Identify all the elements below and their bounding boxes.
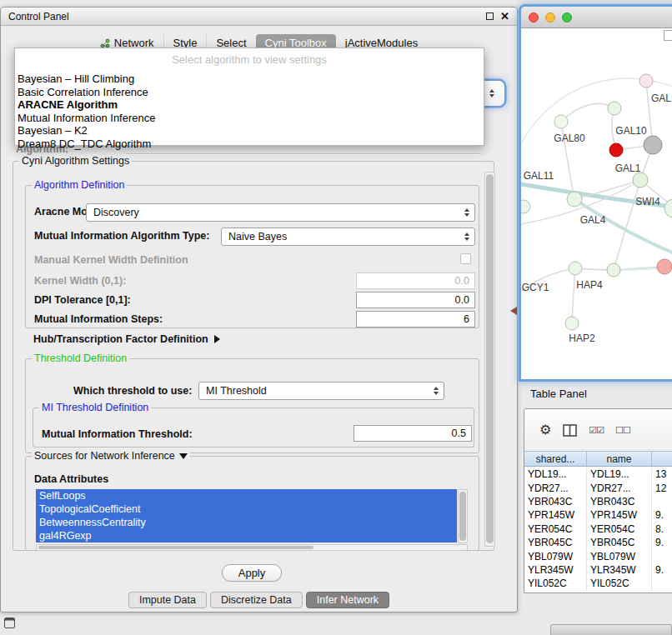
tab-label: Discretize Data [221,594,292,606]
table-cell: YBL079W [587,549,652,562]
network-node[interactable] [664,199,672,218]
algorithm-option[interactable]: Bayesian – K2 [15,124,484,138]
hub-tf-section-toggle[interactable]: Hub/Transcription Factor Definition [33,333,220,345]
network-window-titlebar[interactable] [521,7,672,28]
algorithm-option[interactable]: Dream8 DC_TDC Algorithm [15,138,484,151]
network-edge[interactable] [561,103,614,122]
mi-steps-label: Mutual Information Steps: [34,313,163,325]
manual-kernel-checkbox[interactable] [460,253,471,264]
apply-button[interactable]: Apply [222,564,282,582]
algorithm-option[interactable]: ARACNE Algorithm [15,98,484,112]
algorithm-option[interactable]: Basic Correlation Inference [15,86,484,99]
table-row[interactable]: YPR145WYPR145W9. [524,508,672,522]
dpi-tolerance-label: DPI Tolerance [0,1]: [34,294,131,306]
table-row[interactable]: YDR27...YDR27...12 [524,481,672,494]
mi-algorithm-type-combobox[interactable]: Naive Bayes [221,228,475,246]
tab-impute-data[interactable]: Impute Data [128,592,207,608]
network-node[interactable] [633,172,648,188]
attribute-list-item[interactable]: SelfLoops [36,489,457,502]
minimized-panel-icon[interactable] [4,618,15,628]
zoom-traffic-light[interactable] [562,12,572,22]
algorithm-option[interactable]: Mutual Information Inference [15,112,484,125]
table-cell: YBR043C [524,495,587,508]
close-window-icon[interactable]: ✕ [500,11,509,22]
network-canvas[interactable]: GALGAL80GAL10GAL11GAL1SWI4GAL4GCY1HAP4HA… [521,28,672,379]
network-view-window: GALGAL80GAL10GAL11GAL1SWI4GAL4GCY1HAP4HA… [521,7,672,379]
network-node[interactable] [639,74,653,88]
float-window-icon[interactable] [486,12,494,20]
mi-threshold-field[interactable]: 0.5 [354,425,472,442]
table-panel-window: ⚙ ☑☑ ☐☐ shared... name YDL19...YDL19...1… [524,408,672,593]
deselect-all-icon[interactable]: ☐☐ [615,425,630,436]
minimize-traffic-light[interactable] [545,12,555,22]
kernel-width-field[interactable]: 0.0 [356,272,475,289]
network-node[interactable] [657,259,672,274]
attribute-list-item[interactable]: BetweennessCentrality [36,516,457,529]
mi-steps-field[interactable]: 6 [356,311,475,328]
tab-label: Impute Data [139,594,196,606]
table-row[interactable]: YLR345WYLR345W9. [524,563,672,577]
attributes-vertical-scrollbar[interactable] [458,489,468,543]
table-row[interactable]: YBL079WYBL079W [524,549,672,562]
network-node-label: GAL10 [615,125,647,137]
network-node[interactable] [609,143,623,157]
aracne-mode-combobox[interactable]: Discovery [86,203,475,222]
algorithm-option[interactable]: Bayesian – Hill Climbing [15,72,484,86]
table-cell: YER054C [524,522,587,536]
tab-discretize-data[interactable]: Discretize Data [210,592,303,608]
settings-gear-icon[interactable]: ⚙ [539,423,551,437]
attribute-list-item[interactable]: gal4RGexp [36,529,457,542]
combobox-value: MI Threshold [206,385,267,397]
network-node[interactable] [567,192,582,207]
network-svg: GALGAL80GAL10GAL11GAL1SWI4GAL4GCY1HAP4HA… [521,28,672,379]
settings-scrollbar[interactable] [484,172,495,547]
attribute-list-item[interactable]: TopologicalCoefficient [36,502,457,516]
table-cell: 9. [652,508,672,522]
network-node[interactable] [644,136,662,154]
network-edge[interactable] [572,268,575,323]
network-node[interactable] [608,102,621,115]
network-icon [100,38,110,48]
close-traffic-light[interactable] [529,12,539,22]
combobox-value: Discovery [93,207,139,218]
network-node[interactable] [521,200,530,213]
network-node[interactable] [554,115,568,128]
control-panel-window: Control Panel ✕ Network Style Select Cyn… [0,7,518,612]
combobox-arrows-icon [464,208,469,217]
sources-group: Sources for Network Inference Data Attri… [25,456,479,551]
column-selector-icon[interactable] [563,424,577,437]
control-panel-titlebar[interactable]: Control Panel ✕ [1,8,517,26]
attributes-horizontal-scrollbar[interactable] [36,544,468,551]
tab-infer-network[interactable]: Infer Network [306,592,389,608]
table-cell: YPR145W [524,508,587,522]
table-cell: YPR145W [587,508,652,522]
column-header-name[interactable]: name [587,452,652,466]
which-threshold-label: Which threshold to use: [73,385,192,397]
table-row[interactable]: YBR043CYBR043C [524,495,672,508]
table-cell: YBR043C [587,495,652,508]
table-row[interactable]: YER054CYER054C8. [524,522,672,536]
which-threshold-combobox[interactable]: MI Threshold [198,382,444,400]
settings-group-title: Cyni Algorithm Settings [19,155,132,167]
dpi-tolerance-field[interactable]: 0.0 [356,292,475,308]
network-node-label: GAL80 [554,132,585,144]
network-node-label: HAP4 [576,279,603,291]
panel-splitter-handle[interactable] [510,307,517,315]
table-row[interactable]: YDL19...YDL19...13 [524,468,672,481]
collapsed-arrow-icon [214,335,220,343]
network-edge[interactable] [574,199,672,258]
table-row[interactable]: YIL052CYIL052C [524,577,672,590]
network-node[interactable] [607,263,620,277]
column-header-shared-name[interactable]: shared... [524,452,587,466]
network-node[interactable] [569,262,582,275]
canvas-scrollbar-button[interactable] [664,30,672,41]
network-edge[interactable] [646,81,653,145]
network-node[interactable] [565,317,579,330]
table-row[interactable]: YBR045CYBR045C9. [524,536,672,549]
manual-kernel-label: Manual Kernel Width Definition [34,254,188,266]
table-cell: YDR27... [587,481,652,494]
collapsed-panel-strip[interactable] [550,624,672,635]
column-header-extra[interactable] [652,452,672,466]
sources-group-title[interactable]: Sources for Network Inference [32,450,190,462]
select-all-icon[interactable]: ☑☑ [589,425,604,436]
